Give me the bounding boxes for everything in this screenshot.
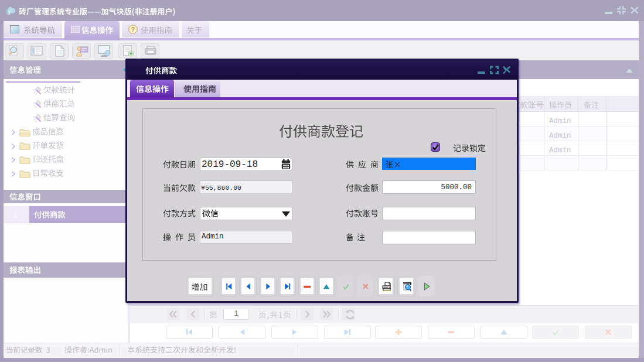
svg-text:?: ? (131, 26, 135, 33)
svg-text:y: y (8, 8, 11, 15)
